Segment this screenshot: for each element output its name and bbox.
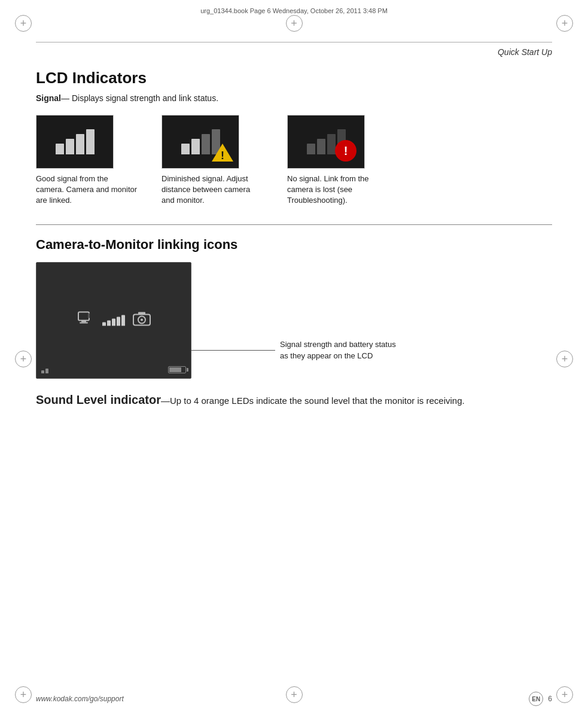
bar3 — [76, 134, 84, 154]
registration-mark-ml — [15, 351, 32, 367]
registration-mark-tm — [286, 15, 303, 32]
svg-rect-5 — [88, 314, 90, 318]
section-divider — [36, 224, 552, 225]
bar2 — [66, 139, 74, 154]
red-exclamation-icon: ! — [335, 140, 357, 162]
registration-mark-tl — [15, 15, 32, 32]
signal-caption-good: Good signal from the camera. Camera and … — [36, 174, 138, 206]
lcd-bar3 — [112, 318, 115, 325]
signal-img-good — [36, 115, 114, 169]
lcd-bar1 — [102, 322, 106, 325]
bar1 — [181, 144, 190, 154]
lcd-and-callout-container: Signal strength and battery status as th… — [36, 262, 552, 379]
bar1 — [56, 144, 64, 154]
svg-text:!: ! — [221, 150, 224, 162]
lcd-screen-image — [36, 262, 191, 379]
svg-rect-4 — [80, 323, 88, 324]
bar2 — [191, 139, 200, 154]
footer-page-info: EN 6 — [529, 692, 552, 706]
svg-point-8 — [141, 319, 143, 321]
bar4 — [86, 129, 95, 154]
lcd-bar2 — [107, 320, 111, 325]
signal-caption-diminished: Diminished signal. Adjust distance betwe… — [162, 174, 263, 206]
header-rule — [36, 42, 552, 42]
sound-level-section: Sound Level indicator—Up to 4 orange LED… — [36, 391, 552, 409]
lcd-bottom-indicators — [41, 366, 186, 373]
sound-level-heading: Sound Level indicator — [36, 393, 161, 406]
svg-rect-3 — [81, 321, 86, 323]
signal-item-diminished: ! Diminished signal. Adjust distance bet… — [162, 115, 263, 206]
registration-mark-br — [556, 686, 573, 703]
page-number: 6 — [548, 695, 552, 703]
lcd-icons-row — [76, 309, 151, 332]
camera-icon — [132, 311, 151, 330]
footer-url: www.kodak.com/go/support — [36, 695, 124, 703]
sb1 — [41, 370, 44, 373]
sound-level-desc: Up to 4 orange LEDs indicate the sound l… — [170, 395, 465, 406]
page-footer: www.kodak.com/go/support EN 6 — [36, 692, 552, 706]
warning-triangle-icon: ! — [211, 142, 234, 165]
signal-icons-row: Good signal from the camera. Camera and … — [36, 115, 552, 206]
signal-label: Signal — [36, 93, 61, 103]
lcd-indicators-heading: LCD Indicators — [36, 69, 552, 87]
lcd-bar4 — [117, 317, 120, 325]
lcd-bottom-signal — [41, 369, 48, 373]
lcd-signal-bars — [102, 315, 125, 325]
callout-text-line1: Signal strength and battery status — [280, 339, 396, 351]
battery-fill — [169, 367, 181, 372]
camera-monitor-heading: Camera-to-Monitor linking icons — [36, 237, 552, 252]
bar2-none — [317, 139, 325, 154]
en-badge: EN — [529, 692, 543, 706]
signal-item-good: Good signal from the camera. Camera and … — [36, 115, 138, 206]
svg-rect-9 — [138, 312, 145, 315]
signal-emdash: — — [61, 93, 69, 103]
callout-line-row: Signal strength and battery status as th… — [191, 339, 396, 362]
monitor-icon — [76, 309, 95, 332]
bar3-none — [327, 134, 336, 154]
signal-desc-text: Displays signal strength and link status… — [72, 93, 218, 103]
callout-text-block: Signal strength and battery status as th… — [280, 339, 396, 362]
signal-description: Signal— Displays signal strength and lin… — [36, 93, 552, 103]
bar1-none — [307, 144, 315, 154]
sound-level-text: Sound Level indicator—Up to 4 orange LED… — [36, 391, 552, 409]
signal-bars-good — [56, 129, 95, 154]
callout-text-line2: as they appear on the LCD — [280, 350, 396, 362]
sb2 — [45, 369, 48, 373]
registration-mark-tr — [556, 15, 573, 32]
sound-level-emdash: — — [161, 395, 170, 406]
page-meta: urg_01344.book Page 6 Wednesday, October… — [200, 7, 388, 14]
signal-img-diminished: ! — [162, 115, 239, 169]
callout-container: Signal strength and battery status as th… — [191, 339, 396, 379]
signal-img-none: ! — [287, 115, 365, 169]
registration-mark-bl — [15, 686, 32, 703]
bar3-dim — [202, 134, 210, 154]
callout-horizontal-line — [191, 350, 275, 351]
section-title: Quick Start Up — [36, 47, 552, 57]
battery-indicator — [168, 366, 186, 373]
signal-caption-none: No signal. Link from the camera is lost … — [287, 174, 389, 206]
registration-mark-mr — [556, 351, 573, 367]
svg-rect-2 — [78, 312, 89, 321]
lcd-bar5 — [121, 315, 125, 325]
signal-item-none: ! No signal. Link from the camera is los… — [287, 115, 389, 206]
page-content: Quick Start Up LCD Indicators Signal— Di… — [36, 42, 552, 682]
